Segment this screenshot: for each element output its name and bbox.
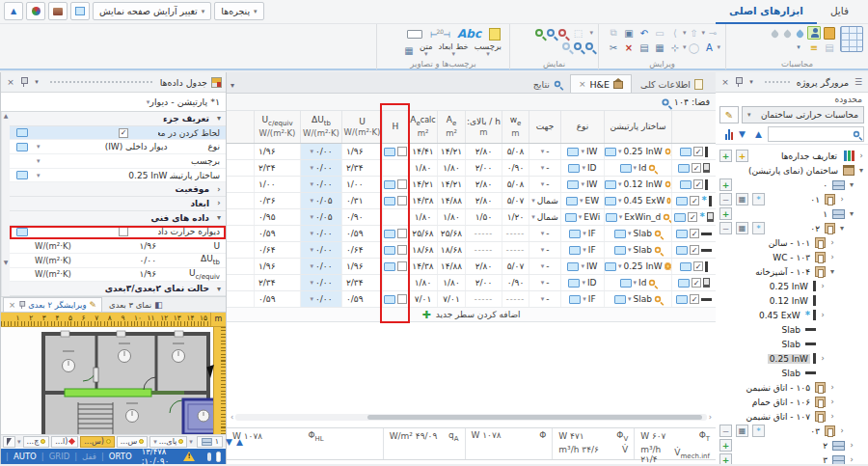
structure-zoom-icon[interactable]: [665, 181, 670, 187]
dropdown-chevron-icon[interactable]: ▾: [581, 262, 584, 270]
direction-cell[interactable]: -▾: [529, 259, 560, 274]
tree-item[interactable]: Slab: [716, 322, 868, 337]
property-checkbox[interactable]: [119, 227, 128, 236]
dropdown-chevron-icon[interactable]: ▾: [628, 230, 632, 237]
dropdown-chevron-icon[interactable]: ▾: [583, 295, 586, 303]
dropdown-chevron-icon[interactable]: ▾: [582, 164, 585, 172]
tree-item[interactable]: ▾۱+: [716, 206, 868, 221]
tree-item[interactable]: ‹۰۱*▦−: [716, 192, 868, 206]
dutb-cell[interactable]: ۰/۰۰▾: [300, 160, 341, 176]
status-mode-grid[interactable]: GRID: [49, 452, 70, 461]
direction-cell[interactable]: -▾: [529, 226, 560, 241]
dropdown-chevron-icon[interactable]: ▾: [310, 230, 313, 237]
structure-cell[interactable]: ▾Id: [604, 160, 671, 176]
tree-chevron-icon[interactable]: ▾: [838, 224, 846, 233]
cabinet-icon[interactable]: [823, 26, 837, 40]
person-icon[interactable]: [807, 26, 822, 40]
structure-zoom-icon[interactable]: [665, 263, 670, 269]
dropdown-chevron-icon[interactable]: ▾: [531, 197, 535, 205]
tree-item[interactable]: ‹۱۰۱ - سالن: [716, 235, 868, 250]
tab-he[interactable]: H&E ×: [570, 74, 632, 93]
chevron-down-icon[interactable]: ▾: [189, 438, 193, 446]
dropdown-chevron-icon[interactable]: ▾: [541, 164, 545, 172]
dropdown-chevron-icon[interactable]: ▾: [619, 213, 623, 221]
row-checkbox[interactable]: ✓: [693, 179, 703, 189]
tree-item[interactable]: ‹۱۰۵ - اتاق نشیمن: [716, 380, 868, 395]
section-header-expanded[interactable]: ▾تعریف جزء: [10, 112, 226, 126]
h-flag-cell[interactable]: [382, 226, 408, 241]
row-select-cell[interactable]: ✓: [671, 259, 716, 274]
col-header-we[interactable]: wem: [502, 111, 529, 143]
floor-indicator[interactable]: ۱: [197, 436, 223, 448]
section-header-collapsed[interactable]: ‹موقعیت: [10, 182, 226, 197]
direction-cell[interactable]: شمال▾: [529, 209, 560, 225]
dropdown-chevron-icon[interactable]: ▾: [531, 213, 535, 221]
type-cell[interactable]: ▾IF: [560, 291, 604, 307]
col-header-type[interactable]: نوع: [560, 111, 604, 143]
save-layout-button[interactable]: [70, 2, 90, 20]
drop-icon[interactable]: [783, 30, 793, 40]
theme-icon[interactable]: [26, 2, 45, 20]
change-layout-button[interactable]: تغییر آرایش صفحه نمایش▾: [93, 2, 211, 20]
element-selector[interactable]: ۱* پارتیشن - دیوار▾: [1, 93, 226, 112]
ribbon-tab-file[interactable]: فایل: [817, 0, 862, 24]
dropdown-chevron-icon[interactable]: ▾: [628, 246, 632, 254]
structure-cell[interactable]: ▾0.45 ExW: [604, 193, 671, 208]
tab-overflow-chevron[interactable]: ▾: [231, 81, 234, 90]
layers-stack-icon[interactable]: [48, 2, 68, 20]
row-checkbox[interactable]: ✓: [692, 163, 701, 173]
h-flag-cell[interactable]: [382, 144, 408, 159]
h-flag-cell[interactable]: [382, 193, 408, 208]
angle-icon[interactable]: ⟩: [667, 26, 682, 40]
row-checkbox[interactable]: ✓: [690, 294, 699, 304]
property-row[interactable]: دیواره حرارت داده شده: [10, 226, 226, 240]
dimension-line-button[interactable]: خط ابعاد▾: [436, 42, 472, 59]
tree-chevron-icon[interactable]: ‹: [848, 455, 855, 464]
dropdown-chevron-icon[interactable]: ▾: [37, 157, 41, 165]
tree-chevron-icon[interactable]: ‹: [838, 195, 846, 204]
structure-cell[interactable]: ▾Slab: [604, 291, 671, 307]
h-checkbox[interactable]: [397, 147, 407, 156]
dropdown-chevron-icon[interactable]: ▾: [310, 279, 313, 287]
dropdown-chevron-icon[interactable]: ▾: [541, 279, 545, 287]
col-header-dutb[interactable]: ΔUtbW/(m²·K): [300, 111, 341, 143]
h-flag-cell[interactable]: [382, 209, 408, 225]
dropdown-chevron-icon[interactable]: ▾: [541, 180, 545, 188]
tab-results[interactable]: نتایج: [525, 74, 570, 93]
dutb-cell[interactable]: ۰/۰۰▾: [300, 291, 341, 307]
property-value[interactable]: ۱/۹۶: [89, 269, 158, 279]
abc-icon[interactable]: Abc: [457, 27, 481, 41]
col-header-structure[interactable]: ساختار پارتیشن: [604, 111, 671, 143]
dropdown-chevron-icon[interactable]: ▾: [541, 148, 545, 155]
row-checkbox[interactable]: ✓: [690, 229, 699, 238]
type-cell[interactable]: ▾IF: [560, 226, 604, 241]
tree-chevron-icon[interactable]: ▾: [828, 267, 836, 276]
type-cell[interactable]: ▾ID: [560, 275, 604, 290]
tree-item[interactable]: ‹۱۰۷ - اتاق نشیمن: [716, 409, 868, 424]
dutb-cell[interactable]: ۰/۰۵▾: [300, 193, 341, 208]
add-button[interactable]: +: [719, 453, 732, 464]
structure-zoom-icon[interactable]: [665, 149, 670, 154]
dropdown-chevron-icon[interactable]: ▾: [37, 172, 41, 179]
type-cell[interactable]: ▾EW: [560, 193, 604, 208]
horizontal-ruler[interactable]: ۱۲۳۴۵۶۷۸۹۱۰۱۱۱۲۱۳۱۴۱۵ m: [1, 313, 226, 327]
tree-chevron-icon[interactable]: ‹: [857, 151, 865, 160]
row-select-cell[interactable]: *✓: [671, 193, 716, 208]
direction-cell[interactable]: -▾: [529, 160, 560, 176]
col-header-u[interactable]: UW/(m²·K): [341, 111, 382, 143]
tree-chevron-icon[interactable]: ‹: [828, 383, 836, 392]
camera-icon[interactable]: ▤: [637, 41, 651, 54]
dutb-cell[interactable]: ۰/۰۰▾: [300, 226, 341, 241]
structure-cell[interactable]: ▾ExWin_d: [604, 209, 671, 225]
row-checkbox[interactable]: ✓: [688, 212, 697, 222]
zoom-window-icon[interactable]: ⬚: [571, 26, 585, 40]
tree-item[interactable]: ‹*0.45 ExW: [716, 308, 868, 322]
text-style-icon[interactable]: A: [702, 41, 717, 54]
row-checkbox[interactable]: ✓: [692, 278, 701, 288]
dimension-icon[interactable]: ⊢2.0⊣: [430, 28, 449, 40]
h-flag-cell[interactable]: [382, 291, 408, 307]
type-cell[interactable]: ▾IW: [560, 259, 604, 274]
remove-button[interactable]: −: [719, 193, 732, 206]
col-header-h[interactable]: h / بالای:m: [465, 111, 502, 143]
layer-chip[interactable]: پای...▾: [149, 436, 187, 448]
